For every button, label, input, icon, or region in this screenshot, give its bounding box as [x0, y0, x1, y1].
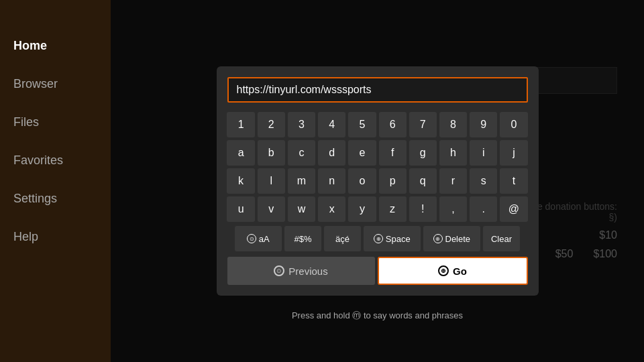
key-w[interactable]: w — [288, 196, 315, 222]
key-d[interactable]: d — [318, 140, 345, 166]
key-v[interactable]: v — [258, 196, 285, 222]
key-y[interactable]: y — [348, 196, 376, 222]
key-7[interactable]: 7 — [409, 112, 437, 137]
key-j[interactable]: j — [500, 140, 527, 166]
sidebar-item-files[interactable]: Files — [0, 103, 111, 141]
sidebar-item-browser[interactable]: Browser — [0, 65, 111, 103]
keyboard-modal: https://tinyurl.com/wsssports 1 2 3 4 5 … — [217, 66, 539, 296]
key-6[interactable]: 6 — [379, 112, 407, 137]
previous-button[interactable]: ⊙ Previous — [227, 257, 375, 285]
key-r[interactable]: r — [439, 168, 467, 194]
key-q[interactable]: q — [409, 168, 437, 194]
circle-plus-delete-icon: ⊕ — [433, 234, 443, 243]
key-g[interactable]: g — [409, 140, 437, 166]
key-toggle-case[interactable]: ⊙ aA — [235, 226, 282, 251]
key-a[interactable]: a — [227, 140, 254, 166]
sidebar-item-help[interactable]: Help — [0, 218, 111, 256]
key-1[interactable]: 1 — [227, 112, 254, 137]
key-o[interactable]: o — [348, 168, 376, 194]
key-0[interactable]: 0 — [500, 112, 527, 137]
key-space[interactable]: ⊕ Space — [364, 226, 421, 251]
key-l[interactable]: l — [258, 168, 285, 194]
circle-icon: ⊙ — [247, 234, 256, 243]
action-row: ⊙ Previous ⊕ Go — [227, 257, 528, 285]
key-2[interactable]: 2 — [258, 112, 285, 137]
key-u[interactable]: u — [227, 196, 254, 222]
key-z[interactable]: z — [379, 196, 407, 222]
key-b[interactable]: b — [258, 140, 285, 166]
key-9[interactable]: 9 — [470, 112, 497, 137]
go-button[interactable]: ⊕ Go — [378, 257, 528, 285]
key-delete[interactable]: ⊕ Delete — [423, 226, 480, 251]
key-accents[interactable]: äçé — [324, 226, 361, 251]
key-m[interactable]: m — [288, 168, 315, 194]
alpha-row-1: a b c d e f g h i j — [227, 140, 528, 166]
key-clear[interactable]: Clear — [483, 226, 520, 251]
sidebar-item-settings[interactable]: Settings — [0, 180, 111, 218]
key-exclaim[interactable]: ! — [409, 196, 437, 222]
key-e[interactable]: e — [348, 140, 376, 166]
special-row: ⊙ aA #$% äçé ⊕ Space ⊕ Delete Clear — [227, 226, 528, 251]
modal-overlay: https://tinyurl.com/wsssports 1 2 3 4 5 … — [111, 0, 644, 362]
key-4[interactable]: 4 — [318, 112, 345, 137]
key-t[interactable]: t — [500, 168, 527, 194]
key-h[interactable]: h — [439, 140, 467, 166]
key-5[interactable]: 5 — [348, 112, 376, 137]
key-n[interactable]: n — [318, 168, 345, 194]
key-f[interactable]: f — [379, 140, 407, 166]
key-comma[interactable]: , — [439, 196, 467, 222]
previous-icon: ⊙ — [274, 265, 284, 276]
key-at[interactable]: @ — [500, 196, 527, 222]
url-input[interactable]: https://tinyurl.com/wsssports — [237, 84, 519, 96]
key-x[interactable]: x — [318, 196, 345, 222]
key-c[interactable]: c — [288, 140, 315, 166]
alpha-row-3: u v w x y z ! , . @ — [227, 196, 528, 222]
key-8[interactable]: 8 — [439, 112, 467, 137]
keyboard: 1 2 3 4 5 6 7 8 9 0 a b c d e — [227, 112, 528, 285]
key-period[interactable]: . — [470, 196, 497, 222]
key-3[interactable]: 3 — [288, 112, 315, 137]
sidebar-item-home[interactable]: Home — [0, 27, 111, 65]
number-row: 1 2 3 4 5 6 7 8 9 0 — [227, 112, 528, 137]
hint-text: Press and hold ⓜ to say words and phrase… — [292, 310, 463, 322]
key-s[interactable]: s — [470, 168, 497, 194]
key-i[interactable]: i — [470, 140, 497, 166]
sidebar: Home Browser Files Favorites Settings He… — [0, 0, 111, 362]
key-p[interactable]: p — [379, 168, 407, 194]
alpha-row-2: k l m n o p q r s t — [227, 168, 528, 194]
key-symbols[interactable]: #$% — [284, 226, 321, 251]
go-icon: ⊕ — [438, 265, 449, 276]
url-input-container[interactable]: https://tinyurl.com/wsssports — [227, 77, 528, 103]
main-content: ase donation buttons: §) $10 $20 $50 $10… — [111, 0, 644, 362]
circle-plus-icon: ⊕ — [374, 234, 383, 243]
key-k[interactable]: k — [227, 168, 254, 194]
sidebar-item-favorites[interactable]: Favorites — [0, 141, 111, 180]
